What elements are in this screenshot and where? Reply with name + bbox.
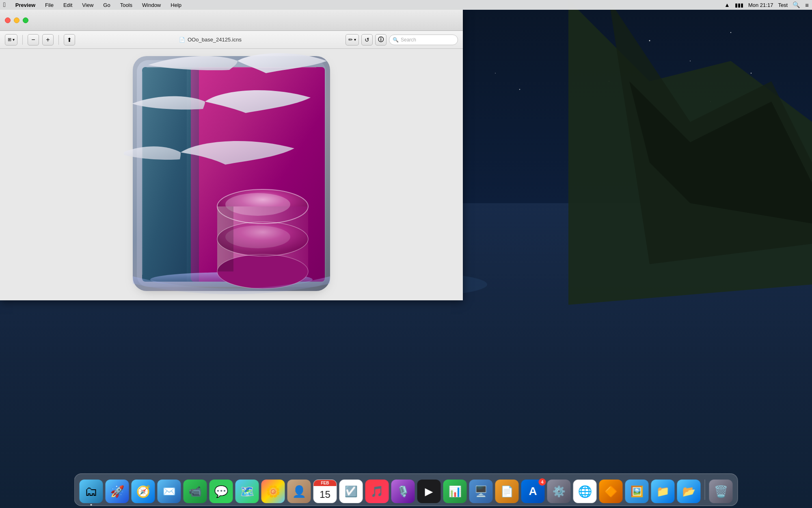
dock-item-trash[interactable]: 🗑️ [709,480,733,503]
calendar-month: FEB [314,480,337,486]
zoom-in-button[interactable]: + [42,34,54,46]
reminders-icon: ☑️ [345,485,358,498]
tools-menu[interactable]: Tools [119,1,134,9]
dock-item-keynote[interactable]: 🖥️ [469,480,493,503]
toolbar-right: ✏ ▾ ↺ ⓘ 🔍 Search [346,34,458,46]
control-center-icon[interactable]: ≡ [805,2,809,9]
dock-item-facetime[interactable]: 📹 [184,480,207,503]
zoom-out-button[interactable]: − [28,34,39,46]
close-button[interactable] [5,17,11,23]
maps-icon: 🗺️ [240,485,254,498]
dock-item-systemprefs[interactable]: ⚙️ [547,480,571,503]
help-menu[interactable]: Help [169,1,183,9]
dock-item-photos[interactable]: 🌼 [261,480,285,503]
facetime-icon: 📹 [189,485,202,498]
dock-item-smartfolder[interactable]: 📂 [677,480,701,503]
pages-icon: 📄 [501,485,514,498]
markup-icon: ✏ [348,37,353,43]
window-menu[interactable]: Window [140,1,162,9]
window-toolbar: ⊞ ▾ − + ⬆ 📄 OOo_base_24125.icns ✏ ▾ [0,31,463,49]
search-icon: 🔍 [393,37,399,43]
rotate-button[interactable]: ↺ [361,34,373,46]
dock-item-mail[interactable]: ✉️ [158,480,181,503]
search-box[interactable]: 🔍 Search [389,35,458,45]
svg-point-7 [751,73,752,74]
dock-item-appstore[interactable]: A 4 [521,480,545,503]
maximize-button[interactable] [23,17,28,23]
go-menu[interactable]: Go [102,1,112,9]
vlc-icon: 🔶 [605,485,618,498]
dock-item-calendar[interactable]: FEB 15 [313,480,337,503]
dock-item-numbers[interactable]: 📊 [443,480,467,503]
window-title: OOo_base_24125.icns [188,37,242,43]
ooo-base-icon-svg [124,49,339,300]
icon-display [124,49,339,300]
systemprefs-icon: ⚙️ [553,485,566,498]
markup-dropdown-icon: ▾ [354,37,356,42]
trash-icon: 🗑️ [714,485,728,498]
minimize-button[interactable] [14,17,19,23]
dock-item-filemanager[interactable]: 📁 [651,480,675,503]
dock-item-maps[interactable]: 🗺️ [235,480,259,503]
dock-item-reminders[interactable]: ☑️ [339,480,363,503]
dock-item-podcasts[interactable]: 🎙️ [391,480,415,503]
window-title-area: 📄 OOo_base_24125.icns [78,37,342,43]
messages-icon: 💬 [214,485,228,498]
svg-point-25 [225,226,290,248]
toolbar-separator-2 [58,35,59,45]
edit-menu[interactable]: Edit [62,1,74,9]
toolbar-separator-1 [22,35,23,45]
dock-item-vlc[interactable]: 🔶 [599,480,623,503]
svg-point-1 [649,40,650,41]
svg-point-10 [519,89,520,90]
dock-item-messages[interactable]: 💬 [209,480,233,503]
dock-dot-finder [91,504,92,506]
dock-item-chrome[interactable]: 🌐 [573,480,597,503]
chrome-icon: 🌐 [578,485,592,498]
info-icon: ⓘ [378,36,384,43]
dock-item-finder[interactable]: 🗂 [80,480,103,503]
apple-menu[interactable]:  [3,1,6,9]
numbers-icon: 📊 [449,485,462,498]
markup-button[interactable]: ✏ ▾ [346,34,359,46]
preview-window: ⊞ ▾ − + ⬆ 📄 OOo_base_24125.icns ✏ ▾ [0,10,463,300]
user-name: Test [778,2,788,8]
dock-item-appletv[interactable]: ▶ [417,480,441,503]
canvas-area [0,49,463,300]
smartfolder-icon: 📂 [682,485,695,498]
view-toggle-icon: ⊞ [8,37,11,42]
keynote-icon: 🖥️ [475,485,488,498]
dock-item-music[interactable]: 🎵 [365,480,389,503]
spotlight-icon[interactable]: 🔍 [793,1,800,9]
dock-separator [705,480,705,500]
battery-icon: ▮▮▮ [735,2,743,8]
dock-item-launchpad[interactable]: 🚀 [106,480,129,503]
dock-item-preview[interactable]: 🖼️ [625,480,649,503]
preview-icon: 🖼️ [631,485,644,498]
info-button[interactable]: ⓘ [375,34,387,46]
appletv-icon: ▶ [425,485,433,498]
finder-icon: 🗂 [85,484,98,499]
mail-icon: ✉️ [163,485,176,498]
dock-item-pages[interactable]: 📄 [495,480,519,503]
share-icon: ⬆ [67,37,72,43]
share-button[interactable]: ⬆ [64,34,75,46]
dock-item-safari[interactable]: 🧭 [132,480,155,503]
view-dropdown-icon: ▾ [13,37,15,42]
photos-icon: 🌼 [266,485,280,498]
svg-point-23 [225,193,290,216]
safari-icon: 🧭 [136,485,150,498]
zoom-out-icon: − [31,36,35,43]
file-icon: 📄 [179,37,185,43]
music-icon: 🎵 [371,485,384,498]
dock-item-contacts[interactable]: 👤 [287,480,311,503]
file-menu[interactable]: File [43,1,55,9]
zoom-in-icon: + [46,36,50,43]
app-name-menu[interactable]: Preview [14,1,37,9]
svg-point-3 [730,32,731,33]
filemanager-icon: 📁 [657,485,669,498]
clock: Mon 21:17 [748,2,773,8]
view-toggle-button[interactable]: ⊞ ▾ [5,34,17,46]
view-menu[interactable]: View [80,1,95,9]
svg-point-2 [690,61,691,61]
